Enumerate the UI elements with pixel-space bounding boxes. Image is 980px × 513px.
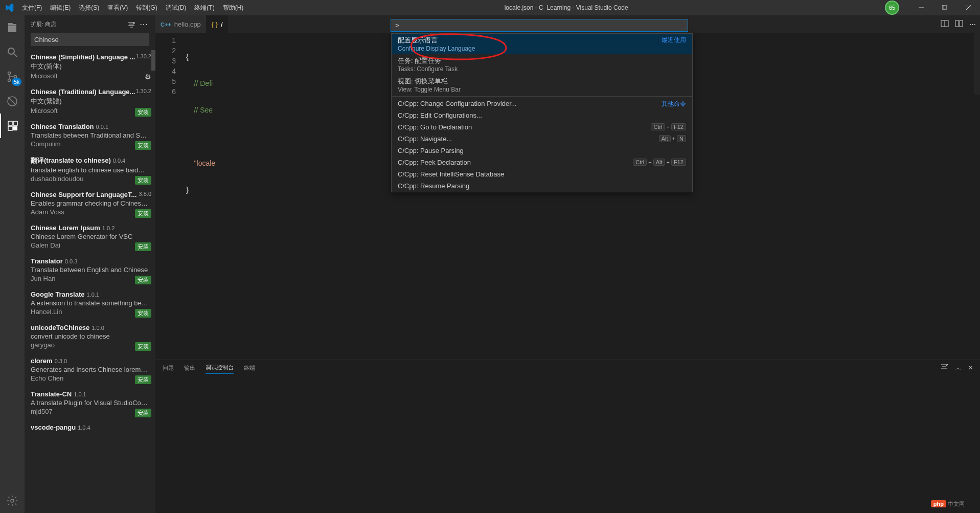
svg-rect-22 <box>960 20 963 27</box>
extension-search-input[interactable] <box>31 33 149 46</box>
panel-tab-debug-console[interactable]: 调试控制台 <box>206 362 234 374</box>
menu-selection[interactable]: 选择(S) <box>75 0 103 15</box>
panel-tab-problems[interactable]: 问题 <box>163 362 174 374</box>
install-button[interactable]: 安装 <box>135 141 151 150</box>
install-button[interactable]: 安装 <box>135 375 151 384</box>
svg-rect-12 <box>8 121 12 125</box>
svg-line-6 <box>14 54 17 57</box>
activity-search[interactable] <box>0 40 25 64</box>
extension-item[interactable]: clorem0.3.0 Generates and inserts Chines… <box>31 354 151 387</box>
extension-item[interactable]: Google Translate1.0.1 A extension to tra… <box>31 287 151 321</box>
extension-item[interactable]: Translator0.0.3 Translate between Englis… <box>31 254 151 287</box>
palette-item[interactable]: C/Cpp: Pause Parsing <box>392 145 692 157</box>
minimap[interactable] <box>974 33 980 95</box>
scrollbar[interactable] <box>151 50 155 71</box>
window-controls: 65 <box>885 0 980 15</box>
menu-view[interactable]: 查看(V) <box>103 0 132 15</box>
palette-input[interactable] <box>391 19 688 32</box>
extension-item[interactable]: Translate-CN1.0.1 A translate Plugin for… <box>31 387 151 420</box>
svg-point-7 <box>8 72 11 75</box>
tab-label: hello.cpp <box>174 20 201 28</box>
extension-item[interactable]: Chinese (Traditional) Language...1.30.2 … <box>31 85 151 120</box>
svg-point-8 <box>8 79 11 82</box>
palette-item[interactable]: C/Cpp: Navigate...Alt+N <box>392 133 692 145</box>
activity-explorer[interactable] <box>0 15 25 40</box>
extension-item[interactable]: Chinese Lorem Ipsum1.0.2 Chinese Lorem G… <box>31 221 151 254</box>
menu-go[interactable]: 转到(G) <box>132 0 161 15</box>
install-button[interactable]: 安装 <box>135 309 151 318</box>
panel-actions: ︿ ✕ <box>940 363 973 372</box>
editor-actions: ⋯ <box>937 15 980 33</box>
install-button[interactable]: 安装 <box>135 276 151 284</box>
svg-point-5 <box>8 48 14 54</box>
activity-debug[interactable] <box>0 89 25 114</box>
extension-list[interactable]: Chinese (Simplified) Language ...1.30.2 … <box>25 50 155 513</box>
extension-item[interactable]: vscode-pangu1.0.4 <box>31 420 151 436</box>
palette-item[interactable]: C/Cpp: Go to DeclarationCtrl+F12 <box>392 121 692 133</box>
extension-item[interactable]: 翻译(translate to chinese)0.0.4 translate … <box>31 153 151 188</box>
palette-item[interactable]: 视图: 切换菜单栏View: Toggle Menu Bar <box>392 75 692 95</box>
extension-item[interactable]: Chinese Support for LanguageT...3.8.0 En… <box>31 188 151 221</box>
palette-item[interactable]: C/Cpp: Edit Configurations... <box>392 109 692 121</box>
clear-icon[interactable] <box>126 19 137 30</box>
json-icon: { } <box>212 20 218 28</box>
activity-bar: 5k <box>0 15 25 513</box>
extension-item[interactable]: Chinese (Simplified) Language ...1.30.2 … <box>31 50 151 85</box>
palette-item[interactable]: C/Cpp: Change Configuration Provider...其… <box>392 98 692 109</box>
install-button[interactable]: 安装 <box>135 209 151 218</box>
minimize-button[interactable] <box>909 0 933 15</box>
activity-extensions[interactable] <box>0 114 25 138</box>
menu-edit[interactable]: 编辑(E) <box>46 0 75 15</box>
extension-search <box>31 33 149 46</box>
maximize-button[interactable] <box>933 0 956 15</box>
panel-tab-output[interactable]: 输出 <box>184 362 195 374</box>
more-icon[interactable]: ⋯ <box>138 19 149 30</box>
palette-item[interactable]: C/Cpp: Resume Parsing <box>392 180 692 192</box>
extension-item[interactable]: unicodeToChinese1.0.0 convert unicode to… <box>31 321 151 354</box>
svg-line-11 <box>8 97 16 105</box>
close-panel-icon[interactable]: ✕ <box>968 365 973 371</box>
svg-rect-15 <box>13 126 17 130</box>
palette-item[interactable]: 任务: 配置任务Tasks: Configure Task <box>392 54 692 75</box>
activity-source-control[interactable]: 5k <box>0 64 25 89</box>
split-editor-icon[interactable] <box>941 19 949 29</box>
update-badge[interactable]: 65 <box>885 1 899 15</box>
menu-bar: 文件(F) 编辑(E) 选择(S) 查看(V) 转到(G) 调试(D) 终端(T… <box>18 0 247 15</box>
install-button[interactable]: 安装 <box>135 342 151 351</box>
panel-tab-terminal[interactable]: 终端 <box>244 362 255 374</box>
title-bar: 文件(F) 编辑(E) 选择(S) 查看(V) 转到(G) 调试(D) 终端(T… <box>0 0 980 15</box>
palette-item[interactable]: 配置显示语言Configure Display Language最近使用 <box>392 34 692 54</box>
palette-item[interactable]: C/Cpp: Reset IntelliSense Database <box>392 168 692 180</box>
close-button[interactable] <box>956 0 980 15</box>
gear-icon[interactable]: ⚙ <box>145 73 151 81</box>
install-button[interactable]: 安装 <box>135 242 151 251</box>
install-button[interactable]: 安装 <box>135 108 151 117</box>
palette-item[interactable]: C/Cpp: Peek DeclarationCtrl+Alt+F12 <box>392 157 692 168</box>
vscode-icon <box>0 3 18 12</box>
split-editor-icon-2[interactable] <box>955 19 963 29</box>
bottom-panel: 问题 输出 调试控制台 终端 ︿ ✕ <box>155 360 980 513</box>
menu-help[interactable]: 帮助(H) <box>219 0 248 15</box>
cpp-icon: C++ <box>161 21 171 28</box>
logo-watermark: php 中文网 <box>931 500 965 508</box>
extension-item[interactable]: Chinese Translation0.0.1 Translates betw… <box>31 120 151 153</box>
menu-terminal[interactable]: 终端(T) <box>190 0 218 15</box>
tab-label: l <box>221 20 222 28</box>
line-gutter: 123456 <box>155 33 186 360</box>
svg-rect-2 <box>943 5 947 9</box>
filter-icon[interactable] <box>940 363 948 372</box>
svg-point-16 <box>11 499 14 502</box>
menu-debug[interactable]: 调试(D) <box>162 0 191 15</box>
tab-locale-json[interactable]: { } l <box>207 15 228 33</box>
activity-settings[interactable] <box>0 488 25 513</box>
sidebar-extensions: 扩展: 商店 ⋯ Chinese (Simplified) Language .… <box>25 15 155 513</box>
install-button[interactable]: 安装 <box>135 409 151 417</box>
more-actions-icon[interactable]: ⋯ <box>969 20 976 28</box>
svg-rect-14 <box>8 126 12 130</box>
window-title: locale.json - C_Learning - Visual Studio… <box>247 4 885 11</box>
chevron-up-icon[interactable]: ︿ <box>955 364 961 372</box>
menu-file[interactable]: 文件(F) <box>18 0 46 15</box>
tab-hello-cpp[interactable]: C++ hello.cpp <box>155 15 207 33</box>
install-button[interactable]: 安装 <box>135 176 151 185</box>
command-palette: 配置显示语言Configure Display Language最近使用任务: … <box>391 33 693 192</box>
